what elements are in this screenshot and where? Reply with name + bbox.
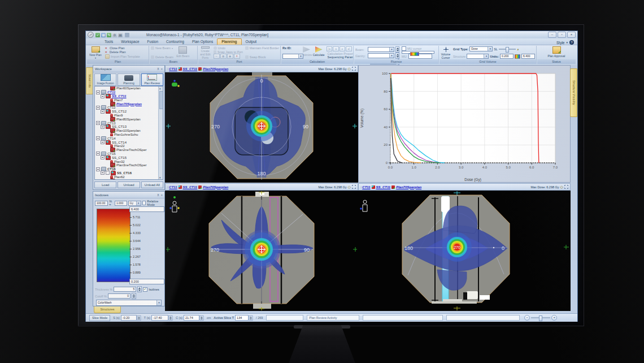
t-coord-spinner[interactable] [169, 315, 173, 320]
nav-first-icon[interactable]: |◂ [327, 46, 333, 51]
tree-expander-icon[interactable] [101, 140, 105, 144]
s-coord-field[interactable]: -0.20 [121, 315, 137, 321]
qat-edit-icon[interactable]: ✓ [95, 33, 100, 37]
active-slice-field[interactable]: 134 [235, 315, 249, 321]
volume-cursor-button[interactable]: Volume Cursor [440, 46, 452, 59]
ribbon-tab[interactable]: Planning [217, 38, 241, 45]
pin-icon[interactable]: ⊼ [157, 193, 159, 197]
structure-select[interactable] [467, 54, 489, 59]
nav-last-icon[interactable]: ▸| [346, 46, 352, 51]
undo-button[interactable]: Undo [214, 46, 243, 50]
tree-item[interactable]: Plan10Sperplan [95, 129, 163, 133]
ribbon-tab[interactable]: Tools [101, 39, 117, 45]
ribbon-tab[interactable]: Output [242, 39, 261, 45]
tree-item[interactable]: CT12 [95, 106, 163, 110]
delete-beam-button[interactable]: Delete Beam [151, 55, 173, 59]
new-plan-button[interactable]: New Plan▾ [87, 46, 104, 59]
tree-item[interactable]: CT13 [95, 121, 163, 125]
tree-expander-icon[interactable] [101, 155, 105, 159]
tree-expander-icon[interactable] [101, 171, 105, 175]
ct-link[interactable]: CT11 [169, 185, 177, 189]
unload-all-button[interactable]: Unload All [141, 182, 163, 188]
thickness-spinner[interactable] [137, 286, 142, 292]
isolines-checkbox[interactable] [143, 287, 147, 292]
ct-link[interactable]: CT11 [169, 67, 177, 71]
zoom-slider[interactable] [531, 317, 550, 318]
fluence-beam-select[interactable] [368, 47, 394, 52]
isodose-gradient[interactable] [97, 209, 130, 282]
close-panel-icon[interactable]: × [161, 67, 163, 71]
import-plan-template-button[interactable]: Import Plan Template [105, 54, 140, 59]
plan-review-button[interactable]: Plan Review [141, 74, 163, 86]
port-tool-icon[interactable]: ▣ [227, 54, 233, 59]
active-slice-spinner[interactable] [249, 315, 253, 320]
structure-set-link[interactable]: SS_CT11 [183, 67, 198, 71]
isodose-min-field[interactable]: 0.200 [129, 279, 164, 284]
plan-link[interactable]: Plan70Sperplan [203, 185, 228, 189]
units-min-field[interactable]: 0.200 [500, 54, 514, 59]
tree-item[interactable]: SS_CT11 [95, 94, 163, 98]
axial-ct-image[interactable]: 0 270 90 180 [165, 72, 358, 183]
units-max-field[interactable]: 6.400 [521, 54, 535, 59]
slice-mode-button[interactable]: Slice Mode [89, 315, 110, 321]
tree-expander-icon[interactable] [96, 121, 100, 125]
fluence-gantry-select[interactable] [368, 53, 394, 58]
zoom-slider-thumb[interactable] [539, 316, 542, 321]
tree-item[interactable]: Plan22 [95, 144, 163, 148]
tree-item[interactable]: SS_CT13 [95, 125, 163, 129]
tree-item[interactable]: SS_CT12 [95, 110, 163, 114]
calculate-button[interactable]: Calculate [312, 46, 325, 59]
thickness-field[interactable]: 5 [114, 287, 136, 292]
tree-expander-icon[interactable] [96, 167, 100, 171]
edit-beam-button[interactable]: Edit Beam [175, 46, 192, 59]
qat-contour-icon[interactable]: ✎ [107, 33, 111, 37]
tree-item[interactable]: SS_CT14 [95, 140, 163, 144]
isodose-max-field[interactable]: 6.400 [129, 206, 164, 212]
maximize-button[interactable]: ▫ [558, 32, 566, 38]
isodose-unit-select[interactable]: Gy [128, 201, 141, 206]
ribbon-tab[interactable]: Contouring [162, 39, 188, 45]
structure-visibility-tab[interactable]: Structure Visibility [570, 68, 577, 117]
close-panel-icon[interactable]: × [161, 193, 163, 197]
sequencing-parameters-button[interactable]: Sequencing Parameters [327, 55, 352, 59]
maintain-field-border-button[interactable]: Maintain Field Border [245, 46, 279, 50]
display-mode-select[interactable]: ColorWash [96, 300, 162, 306]
tree-item[interactable]: Plan9 [95, 114, 163, 118]
structure-set-link[interactable]: SS_CT11 [183, 185, 198, 189]
sl-end-icon[interactable]: ◕ [517, 47, 519, 51]
tree-expander-icon[interactable] [101, 125, 105, 129]
fluence-gantry-spinner[interactable] [395, 53, 399, 59]
dose-colorbar-icon[interactable] [515, 54, 520, 59]
cutoff-field[interactable]: 0 [108, 293, 130, 299]
zoom-out-button[interactable]: − [524, 315, 530, 321]
close-button[interactable]: × [567, 32, 576, 38]
nav-next-icon[interactable]: ▸ [340, 46, 346, 51]
swap-block-button[interactable]: Swap Block [245, 55, 279, 59]
app-logo-icon[interactable] [88, 32, 94, 38]
close-plan-button[interactable]: ×Close Plan [105, 46, 140, 50]
t-coord-field[interactable]: -17.40 [151, 315, 168, 321]
port-tool-icon[interactable]: ✂ [214, 54, 220, 59]
diamond-icon[interactable]: ◇ [348, 67, 351, 71]
ct-link[interactable]: CT11 [362, 185, 370, 189]
expand-view-icon[interactable] [352, 67, 356, 71]
tree-expander-icon[interactable] [96, 106, 100, 110]
tree-item[interactable]: Plan62 [95, 175, 163, 179]
style-caret-icon[interactable]: ▾ [566, 41, 568, 44]
style-menu[interactable]: Style [556, 41, 564, 45]
sagittal-ct-image[interactable]: 180 0 270 [358, 191, 571, 311]
c-coord-field[interactable]: 21.74 [184, 315, 199, 321]
sagittal-view[interactable]: ⁞⁞ CT11 SS_CT11 Plan70Sperplan Max Dose:… [358, 183, 571, 311]
isodose-percent-field[interactable]: 100.00 [95, 201, 108, 206]
structures-tab[interactable]: Structures [94, 306, 121, 313]
create-edit-ports-button[interactable]: Create and Edit Ports [198, 46, 212, 59]
calculation-properties-button[interactable]: Calculation Properties [327, 52, 352, 55]
nav-prev-icon[interactable]: ◂ [333, 46, 339, 51]
ribbon-tab[interactable]: Workspace [117, 39, 143, 45]
expand-view-icon[interactable] [352, 185, 356, 189]
tree-expander-icon[interactable] [96, 136, 100, 140]
minimize-button[interactable]: – [548, 32, 556, 38]
qat-settings-icon[interactable]: ⚙ [112, 33, 117, 37]
tree-checkbox[interactable] [106, 171, 110, 175]
tree-scrollbar-thumb[interactable] [159, 91, 163, 109]
